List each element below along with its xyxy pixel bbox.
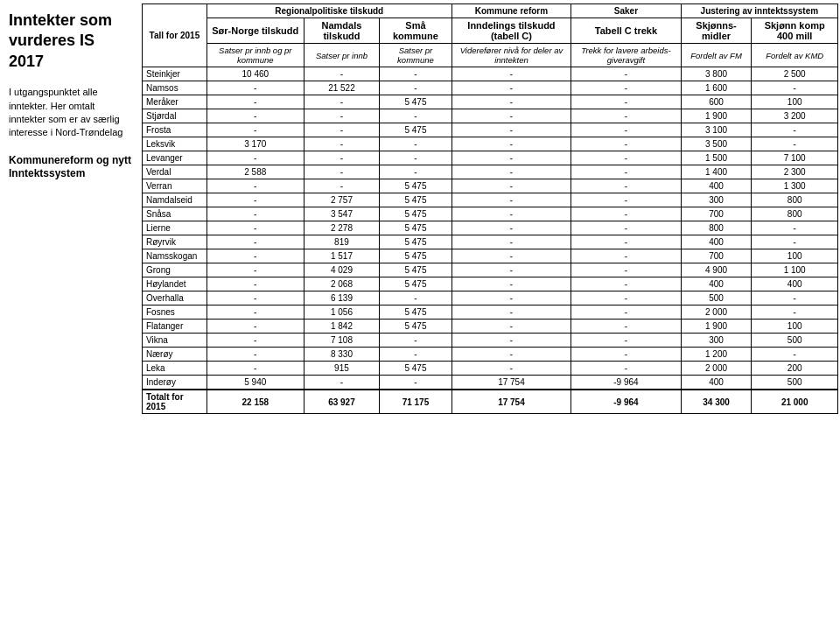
sub-skjonns: Fordelt av FM xyxy=(681,44,752,67)
table-row: Lierne-2 2785 475--800- xyxy=(143,221,838,235)
row-name: Nærøy xyxy=(143,348,207,362)
row-value: - xyxy=(452,123,570,137)
saker-header: Saker xyxy=(571,4,682,18)
row-value: - xyxy=(452,263,570,277)
row-name: Stjørdal xyxy=(143,109,207,123)
row-value: 3 547 xyxy=(304,207,379,221)
row-value: - xyxy=(571,334,682,348)
col-tabell-c: Tabell C trekk xyxy=(571,18,682,44)
row-value: - xyxy=(452,137,570,151)
row-name: Namsskogan xyxy=(143,249,207,263)
row-value: - xyxy=(304,95,379,109)
row-value: - xyxy=(380,291,452,305)
row-value: - xyxy=(380,334,452,348)
row-value: - xyxy=(206,207,304,221)
row-value: 3 170 xyxy=(206,137,304,151)
row-value: - xyxy=(206,221,304,235)
row-value: - xyxy=(571,179,682,193)
row-value: - xyxy=(452,362,570,376)
row-value: -9 964 xyxy=(571,376,682,390)
row-value: 5 475 xyxy=(380,305,452,320)
row-value: - xyxy=(452,95,570,109)
row-value: 600 xyxy=(681,95,752,109)
row-value: - xyxy=(752,348,838,362)
table-row: Namdalseid-2 7575 475--300800 xyxy=(143,193,838,207)
row-value: - xyxy=(380,109,452,123)
table-row: Vikna-7 108---300500 xyxy=(143,334,838,348)
row-value: - xyxy=(452,305,570,320)
row-value: 5 475 xyxy=(380,362,452,376)
row-value: - xyxy=(752,81,838,95)
justering-header: Justering av inntektssystem xyxy=(681,4,837,18)
row-value: - xyxy=(752,137,838,151)
row-value: - xyxy=(571,67,682,81)
row-value: 3 800 xyxy=(681,67,752,81)
table-row: Leka-9155 475--2 000200 xyxy=(143,362,838,376)
row-value: - xyxy=(571,137,682,151)
total-value: 22 158 xyxy=(206,390,304,414)
main-title: Inntekter som vurderes IS 2017 xyxy=(9,11,131,72)
row-value: 2 300 xyxy=(752,165,838,179)
table-row: Frosta--5 475--3 100- xyxy=(143,123,838,137)
row-value: - xyxy=(452,165,570,179)
row-value: 8 330 xyxy=(304,348,379,362)
row-value: - xyxy=(571,95,682,109)
row-value: 5 475 xyxy=(380,263,452,277)
row-value: - xyxy=(304,179,379,193)
table-row: Grong-4 0295 475--4 9001 100 xyxy=(143,263,838,277)
row-name: Overhalla xyxy=(143,291,207,305)
row-value: - xyxy=(206,249,304,263)
row-value: - xyxy=(380,137,452,151)
row-value: 915 xyxy=(304,362,379,376)
row-value: 5 475 xyxy=(380,123,452,137)
row-name: Grong xyxy=(143,263,207,277)
row-value: 5 475 xyxy=(380,277,452,291)
regional-header: Regionalpolitiske tilskudd xyxy=(206,4,452,18)
row-value: - xyxy=(304,109,379,123)
row-value: - xyxy=(206,81,304,95)
row-name: Flatanger xyxy=(143,320,207,334)
row-value: - xyxy=(571,221,682,235)
row-value: 300 xyxy=(681,193,752,207)
row-value: - xyxy=(380,348,452,362)
table-row: Namsos-21 522---1 600- xyxy=(143,81,838,95)
row-value: - xyxy=(304,67,379,81)
row-value: 5 475 xyxy=(380,193,452,207)
row-value: 1 842 xyxy=(304,320,379,334)
table-row: Leksvik3 170----3 500- xyxy=(143,137,838,151)
row-value: 500 xyxy=(752,334,838,348)
row-value: - xyxy=(206,305,304,320)
row-value: 1 400 xyxy=(681,165,752,179)
table-row: Meråker--5 475--600100 xyxy=(143,95,838,109)
kommune-header: Kommune reform xyxy=(452,4,570,18)
row-value: - xyxy=(571,291,682,305)
row-value: 2 000 xyxy=(681,362,752,376)
row-value: 400 xyxy=(681,277,752,291)
row-value: - xyxy=(206,109,304,123)
row-value: 7 100 xyxy=(752,151,838,165)
row-value: 2 757 xyxy=(304,193,379,207)
row-value: - xyxy=(452,291,570,305)
group-header-row: Tall for 2015 Regionalpolitiske tilskudd… xyxy=(143,4,838,18)
col-skjonns: Skjønns- midler xyxy=(681,18,752,44)
sub-sma: Satser pr kommune xyxy=(380,44,452,67)
row-value: 819 xyxy=(304,235,379,249)
table-row: Verdal2 588----1 4002 300 xyxy=(143,165,838,179)
row-value: - xyxy=(206,151,304,165)
row-value: - xyxy=(380,67,452,81)
row-value: 500 xyxy=(681,291,752,305)
row-value: - xyxy=(752,123,838,137)
total-value: -9 964 xyxy=(571,390,682,414)
row-value: 100 xyxy=(752,320,838,334)
row-name: Namdalseid xyxy=(143,193,207,207)
col-namdals: Namdals tilskudd xyxy=(304,18,379,44)
row-value: 17 754 xyxy=(452,376,570,390)
row-value: 2 068 xyxy=(304,277,379,291)
table-row: Overhalla-6 139---500- xyxy=(143,291,838,305)
row-name: Fosnes xyxy=(143,305,207,320)
row-value: - xyxy=(206,362,304,376)
row-name: Namsos xyxy=(143,81,207,95)
row-value: 5 475 xyxy=(380,95,452,109)
row-value: 5 475 xyxy=(380,221,452,235)
row-value: 5 940 xyxy=(206,376,304,390)
